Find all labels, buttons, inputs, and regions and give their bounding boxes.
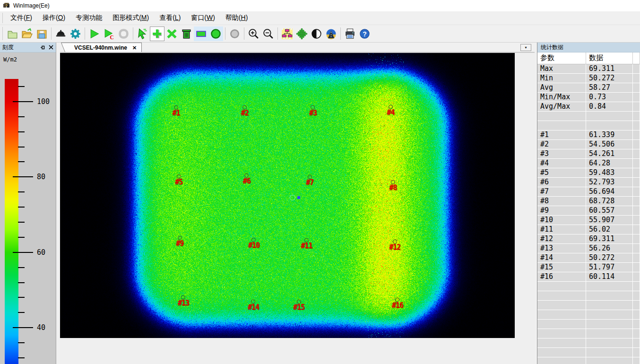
- measure-point-2[interactable]: #2: [241, 105, 249, 116]
- stats-row-point-14[interactable]: #1450.272: [537, 253, 640, 263]
- add-point-button[interactable]: [150, 26, 164, 41]
- gear-icon: [69, 28, 81, 40]
- menu-item-window[interactable]: 窗口(W): [186, 12, 220, 24]
- value-cell: 61.339: [586, 130, 633, 140]
- colorbar-minor-tick: [18, 86, 25, 87]
- capture-circle-button[interactable]: [227, 26, 242, 41]
- measure-point-15[interactable]: #15: [293, 300, 304, 311]
- contrast-button[interactable]: [309, 26, 324, 41]
- run-continuous-button[interactable]: C: [102, 26, 116, 41]
- save-file-button[interactable]: [35, 26, 49, 41]
- delete-point-button[interactable]: [164, 26, 179, 41]
- stats-row-point-1[interactable]: #161.339: [537, 130, 640, 140]
- stats-row-point-16[interactable]: #1660.114: [537, 272, 640, 282]
- stats-row-point-10[interactable]: #1055.907: [537, 216, 640, 225]
- measure-point-4[interactable]: #4: [387, 105, 394, 116]
- colorbar-minor-tick: [18, 357, 25, 358]
- stats-row-point-11[interactable]: #1156.02: [537, 225, 640, 234]
- stop-button[interactable]: [116, 26, 131, 41]
- heatmap-image[interactable]: #1#2#3#4#5#6#7#8#9#10#11#12#13#14#15#16: [60, 53, 515, 338]
- perspective-view-button[interactable]: [324, 26, 338, 41]
- acquire-button[interactable]: [53, 26, 68, 41]
- dot-grid-button[interactable]: [294, 26, 309, 41]
- measure-point-14[interactable]: #14: [248, 300, 259, 311]
- point-label: #6: [242, 177, 250, 184]
- value-cell: [586, 112, 633, 121]
- heatmap-canvas[interactable]: [60, 53, 515, 338]
- help-button[interactable]: ?: [357, 26, 372, 41]
- stats-row-point-2[interactable]: #254.506: [537, 140, 640, 149]
- stats-row-empty: [537, 282, 640, 291]
- new-file-button[interactable]: [5, 26, 20, 41]
- measure-point-1[interactable]: #1: [172, 105, 180, 116]
- print-button[interactable]: [343, 26, 357, 41]
- measure-point-16[interactable]: #16: [392, 298, 403, 309]
- stats-row-avg[interactable]: Avg58.27: [537, 83, 640, 93]
- measure-point-12[interactable]: #12: [389, 240, 400, 251]
- point-label: #4: [387, 109, 394, 116]
- value-cell: [586, 121, 633, 130]
- menu-item-file[interactable]: 文件(F): [5, 12, 37, 24]
- close-icon[interactable]: [49, 45, 53, 50]
- value-cell: [586, 320, 633, 329]
- stats-row-point-7[interactable]: #756.694: [537, 187, 640, 197]
- pointer-button[interactable]: [135, 26, 150, 41]
- rect-roi-button[interactable]: [194, 26, 208, 41]
- menu-item-graph-mode[interactable]: 图形模式(M): [107, 12, 154, 24]
- spare-cell: [633, 112, 640, 121]
- value-cell: [586, 357, 633, 364]
- menu-item-special-functions[interactable]: 专测功能: [70, 12, 107, 24]
- stats-row-point-12[interactable]: #1269.311: [537, 234, 640, 244]
- stats-row-min-max[interactable]: Min/Max0.73: [537, 93, 640, 102]
- param-cell: [537, 348, 586, 357]
- stats-row-min[interactable]: Min50.272: [537, 74, 640, 83]
- stats-row-empty: [537, 112, 640, 121]
- clear-points-button[interactable]: [179, 26, 194, 41]
- open-file-button[interactable]: [20, 26, 35, 41]
- menu-item-view[interactable]: 查看(L): [154, 12, 186, 24]
- spare-cell: [633, 244, 640, 253]
- value-cell: 68.728: [586, 197, 633, 206]
- spare-cell: [633, 291, 640, 301]
- menu-item-help[interactable]: 帮助(H): [220, 12, 253, 24]
- stats-row-max[interactable]: Max69.311: [537, 64, 640, 74]
- run-button[interactable]: [87, 26, 102, 41]
- beam-center-marker[interactable]: [297, 196, 300, 199]
- stats-row-point-5[interactable]: #559.483: [537, 168, 640, 178]
- spare-cell: [633, 159, 640, 168]
- left-splitter[interactable]: [56, 43, 60, 364]
- measure-point-6[interactable]: #6: [242, 173, 250, 184]
- colorbar-minor-tick: [18, 161, 25, 162]
- svg-text:?: ?: [363, 30, 367, 37]
- document-tab[interactable]: VCSEL-940nm.wine ✕: [69, 43, 142, 52]
- stats-row-point-4[interactable]: #464.28: [537, 159, 640, 168]
- tab-list-dropdown[interactable]: ▼: [520, 44, 531, 51]
- measure-point-10[interactable]: #10: [248, 238, 259, 249]
- menu-item-operation[interactable]: 操作(O): [37, 12, 70, 24]
- measure-point-5[interactable]: #5: [175, 174, 182, 185]
- circle-roi-button[interactable]: [208, 26, 223, 41]
- measure-point-13[interactable]: #13: [178, 295, 189, 306]
- measure-point-7[interactable]: #7: [306, 174, 313, 185]
- stats-row-point-15[interactable]: #1551.797: [537, 263, 640, 272]
- stats-row-avg-max[interactable]: Avg/Max0.84: [537, 102, 640, 112]
- measure-point-9[interactable]: #9: [176, 235, 183, 246]
- stats-row-point-9[interactable]: #960.557: [537, 206, 640, 216]
- param-cell: #5: [537, 168, 586, 178]
- zoom-in-button[interactable]: [246, 26, 261, 41]
- stats-row-point-13[interactable]: #1356.26: [537, 244, 640, 253]
- stats-row-point-6[interactable]: #652.793: [537, 178, 640, 187]
- measure-point-8[interactable]: #8: [389, 180, 397, 191]
- param-cell: [537, 121, 586, 130]
- stats-row-point-8[interactable]: #868.728: [537, 197, 640, 206]
- color-palette-button[interactable]: [280, 26, 294, 41]
- measure-point-3[interactable]: #3: [309, 105, 317, 116]
- tab-close-icon[interactable]: ✕: [132, 45, 137, 50]
- spare-cell: [633, 121, 640, 130]
- settings-button[interactable]: [68, 26, 83, 41]
- pin-icon[interactable]: [40, 45, 45, 50]
- zoom-out-button[interactable]: [261, 26, 276, 41]
- measure-point-11[interactable]: #11: [301, 238, 312, 249]
- stats-row-empty: [537, 291, 640, 301]
- stats-row-point-3[interactable]: #354.261: [537, 149, 640, 159]
